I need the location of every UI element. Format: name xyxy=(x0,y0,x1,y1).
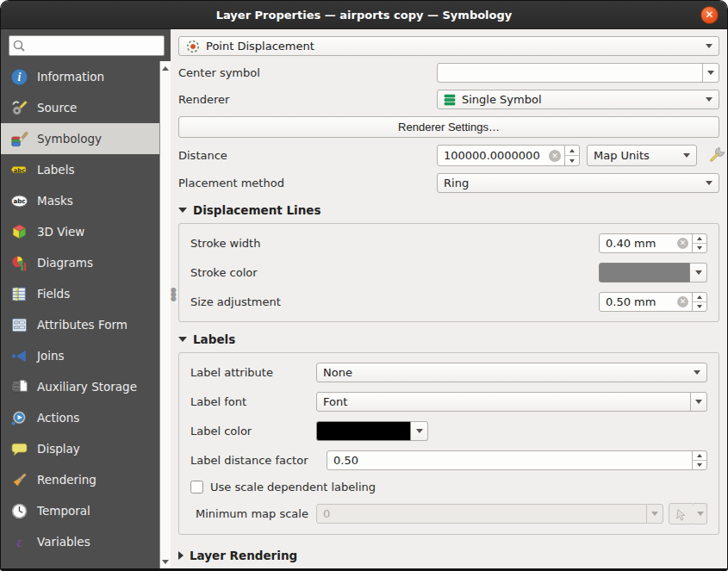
sidebar-item-label: Auxiliary Storage xyxy=(37,380,137,394)
label-color-dropdown[interactable] xyxy=(411,421,428,441)
stroke-width-spinner[interactable] xyxy=(692,234,706,252)
label-attribute-select[interactable]: None xyxy=(316,363,707,382)
renderer-type-select[interactable]: Point Displacement xyxy=(178,36,719,56)
fields-icon xyxy=(9,284,28,303)
stroke-color-button[interactable] xyxy=(599,263,707,282)
layer-rendering-group: Layer Rendering xyxy=(178,549,719,562)
search-input[interactable] xyxy=(9,35,165,56)
svg-text:i: i xyxy=(17,71,21,84)
sidebar-item-display[interactable]: Display xyxy=(1,433,159,464)
source-icon xyxy=(9,98,28,117)
sidebar-item-fields[interactable]: Fields xyxy=(1,278,159,309)
sidebar-item-label: Actions xyxy=(37,411,79,425)
sidebar-item-label: Attributes Form xyxy=(37,318,128,332)
sidebar-item-label: Masks xyxy=(37,194,73,208)
sidebar-item-partial[interactable] xyxy=(1,557,159,568)
sidebar-item-temporal[interactable]: Temporal xyxy=(1,495,159,526)
set-to-current-scale-button xyxy=(669,503,694,524)
close-button[interactable]: ✕ xyxy=(700,6,719,24)
placement-method-value: Ring xyxy=(444,177,700,189)
sidebar-item-variables[interactable]: ε Variables xyxy=(1,526,159,557)
sidebar-item-3d-view[interactable]: 3D View xyxy=(1,216,159,247)
sidebar-item-source[interactable]: Source xyxy=(1,92,159,123)
sidebar-item-auxiliary-storage[interactable]: Auxiliary Storage xyxy=(1,371,159,402)
label-distance-factor-spinbox[interactable]: 0.50 xyxy=(327,450,707,470)
clear-icon[interactable]: ✕ xyxy=(677,296,688,307)
labels-group: Labels Label attribute None Label font F… xyxy=(178,332,719,535)
distance-units-select[interactable]: Map Units xyxy=(587,145,697,166)
label-attribute-value: None xyxy=(323,366,688,379)
joins-icon xyxy=(9,346,28,365)
spin-up-icon xyxy=(569,149,575,152)
stroke-width-value: 0.40 mm xyxy=(606,237,677,250)
info-icon: i xyxy=(9,67,28,86)
center-symbol-button[interactable] xyxy=(437,63,719,83)
sidebar-item-diagrams[interactable]: Diagrams xyxy=(1,247,159,278)
sidebar-item-label: Variables xyxy=(37,535,90,549)
stroke-color-dropdown[interactable] xyxy=(690,263,707,282)
stroke-color-label: Stroke color xyxy=(190,266,599,279)
scroll-up-icon[interactable] xyxy=(160,62,171,74)
data-defined-override-button[interactable] xyxy=(706,146,726,166)
sidebar-item-attributes-form[interactable]: Attributes Form xyxy=(1,309,159,340)
label-font-value: Font xyxy=(323,395,690,408)
renderer-label: Renderer xyxy=(178,93,437,106)
symbology-panel: Point Displacement Center symbol Rendere… xyxy=(171,29,727,568)
chevron-down-icon xyxy=(706,181,712,185)
chevron-down-icon xyxy=(683,153,690,158)
sidebar-item-joins[interactable]: Joins xyxy=(1,340,159,371)
label-font-dropdown[interactable] xyxy=(690,393,706,411)
renderer-settings-button[interactable]: Renderer Settings… xyxy=(178,116,719,138)
clear-icon[interactable]: ✕ xyxy=(549,150,561,162)
sidebar-item-symbology[interactable]: Symbology xyxy=(1,123,159,154)
distance-spinbox[interactable]: 100000.0000000 ✕ xyxy=(437,145,580,166)
renderer-value: Single Symbol xyxy=(462,93,700,106)
rendering-icon xyxy=(9,470,28,489)
distance-spinner[interactable] xyxy=(564,146,579,165)
variables-epsilon-icon: ε xyxy=(9,532,28,551)
sidebar-item-masks[interactable]: abc Masks xyxy=(1,185,159,216)
dialog-footer: ? Help Style Apply Cancel xyxy=(178,562,719,571)
placement-method-select[interactable]: Ring xyxy=(437,173,719,193)
minimum-map-scale-label: Minimum map scale xyxy=(190,507,316,520)
collapse-triangle-icon xyxy=(178,208,187,213)
stroke-width-spinbox[interactable]: 0.40 mm ✕ xyxy=(599,233,707,253)
label-font-button[interactable]: Font xyxy=(316,392,707,412)
size-adjustment-spinbox[interactable]: 0.50 mm ✕ xyxy=(599,292,707,312)
renderer-select[interactable]: Single Symbol xyxy=(437,90,719,109)
sidebar-item-label: Rendering xyxy=(37,473,96,487)
symbology-icon xyxy=(9,129,28,148)
sidebar-item-information[interactable]: i Information xyxy=(1,61,159,92)
window-titlebar[interactable]: Layer Properties — airports copy — Symbo… xyxy=(1,1,727,29)
center-symbol-dropdown[interactable] xyxy=(702,64,719,82)
layer-rendering-header[interactable]: Layer Rendering xyxy=(178,549,719,562)
sidebar-item-label: Diagrams xyxy=(37,256,93,270)
scale-dependent-checkbox[interactable] xyxy=(190,481,203,493)
sidebar-scrollbar[interactable] xyxy=(159,61,171,568)
label-color-swatch xyxy=(316,421,411,441)
displacement-lines-header[interactable]: Displacement Lines xyxy=(178,203,719,217)
labels-header[interactable]: Labels xyxy=(178,332,719,346)
sidebar-item-label: Temporal xyxy=(37,504,90,518)
svg-text:abc: abc xyxy=(13,166,24,173)
size-adjustment-spinner[interactable] xyxy=(692,293,706,311)
sidebar-item-rendering[interactable]: Rendering xyxy=(1,464,159,495)
label-distance-factor-spinner[interactable] xyxy=(692,451,706,469)
sidebar-item-label: Display xyxy=(37,442,80,456)
sidebar-item-label: Fields xyxy=(37,287,70,301)
size-adjustment-label: Size adjustment xyxy=(190,295,599,308)
scroll-down-icon[interactable] xyxy=(160,555,171,568)
clear-icon[interactable]: ✕ xyxy=(677,238,688,249)
sidebar-item-labels[interactable]: abc Labels xyxy=(1,154,159,185)
splitter-handle[interactable]: ●●● xyxy=(171,288,175,301)
sidebar-nav: i Information Source Symbology abc Label… xyxy=(1,61,159,568)
group-title: Layer Rendering xyxy=(190,549,297,562)
sidebar-item-actions[interactable]: Actions xyxy=(1,402,159,433)
distance-value: 100000.0000000 xyxy=(444,149,549,162)
diagrams-icon xyxy=(9,253,28,272)
label-color-button[interactable] xyxy=(316,421,428,441)
cube-3d-icon xyxy=(9,222,28,241)
single-symbol-icon xyxy=(444,93,457,107)
distance-label: Distance xyxy=(178,149,437,162)
group-title: Displacement Lines xyxy=(193,203,320,217)
